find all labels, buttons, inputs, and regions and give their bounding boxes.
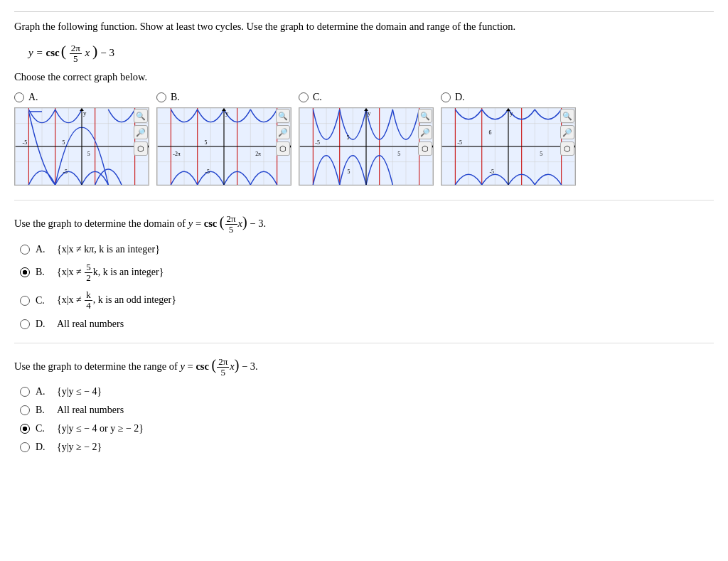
graph-C-svg: x y 5 -5 5 5 xyxy=(299,107,434,186)
domain-radio-B[interactable] xyxy=(20,267,30,277)
graph-D-svg: x y 6 -5 5 -5 xyxy=(441,107,576,186)
graph-B-svg: x y 5 -2π 2π -5 xyxy=(156,107,291,186)
range-option-B: B. All real numbers xyxy=(20,405,714,416)
graph-label-C: C. xyxy=(313,92,322,103)
svg-text:y: y xyxy=(83,109,87,117)
graph-D-tools: 🔍 🔎 ⬡ xyxy=(560,109,574,156)
svg-text:2π: 2π xyxy=(255,151,261,157)
range-option-D: D. {y|y ≥ − 2} xyxy=(20,442,714,453)
range-radio-D[interactable] xyxy=(20,442,30,452)
radio-A[interactable] xyxy=(14,92,24,102)
fraction-2pi-over-5: 2π 5 xyxy=(70,43,82,65)
svg-text:5: 5 xyxy=(540,151,542,157)
graph-B-tools: 🔍 🔎 ⬡ xyxy=(276,109,290,156)
zoom-in-A[interactable]: 🔍 xyxy=(134,109,148,123)
domain-text-D: All real numbers xyxy=(57,319,124,330)
divider-2 xyxy=(14,343,714,343)
graph-label-A: A. xyxy=(28,92,38,103)
svg-text:5: 5 xyxy=(63,139,65,146)
domain-option-D: D. All real numbers xyxy=(20,319,714,330)
domain-text-A: {x|x ≠ kπ, k is an integer} xyxy=(57,244,160,255)
expand-C[interactable]: ⬡ xyxy=(418,141,432,156)
graph-C-container: x y 5 -5 5 5 🔍 🔎 ⬡ xyxy=(299,107,434,186)
domain-question-text: Use the graph to determine the domain of… xyxy=(14,210,714,235)
graph-D-container: x y 6 -5 5 -5 🔍 🔎 ⬡ xyxy=(441,107,576,186)
svg-text:y: y xyxy=(510,109,513,117)
svg-text:y: y xyxy=(225,109,229,117)
function-name: csc xyxy=(46,47,60,59)
svg-text:5: 5 xyxy=(397,151,400,157)
graph-A-svg: x y 5 5 -5 -5 xyxy=(14,107,149,186)
svg-text:6: 6 xyxy=(489,129,492,136)
radio-B[interactable] xyxy=(156,92,166,102)
radio-C[interactable] xyxy=(299,92,309,102)
range-text-A: {y|y ≤ − 4} xyxy=(57,386,102,397)
main-instruction: Graph the following function. Show at le… xyxy=(14,19,714,35)
graph-A-container: x y 5 5 -5 -5 🔍 🔎 ⬡ xyxy=(14,107,149,186)
zoom-out-C[interactable]: 🔎 xyxy=(418,125,432,139)
svg-text:-2π: -2π xyxy=(173,151,181,157)
range-option-A: A. {y|y ≤ − 4} xyxy=(20,386,714,397)
expand-A[interactable]: ⬡ xyxy=(134,141,148,156)
domain-label-B: B. xyxy=(36,267,51,278)
svg-text:-5: -5 xyxy=(23,139,28,146)
domain-text-B: {x|x ≠ 52k, k is an integer} xyxy=(57,262,164,284)
zoom-out-A[interactable]: 🔎 xyxy=(134,125,148,139)
graphs-row: A. xyxy=(14,92,714,186)
svg-text:-5: -5 xyxy=(489,169,494,175)
expand-B[interactable]: ⬡ xyxy=(276,141,290,156)
graph-choice-A: A. xyxy=(14,92,149,186)
y-equals: y = xyxy=(28,47,43,59)
svg-text:-5: -5 xyxy=(205,169,210,175)
graph-A-tools: 🔍 🔎 ⬡ xyxy=(134,109,148,156)
range-label-D: D. xyxy=(36,442,51,453)
range-question-text: Use the graph to determine the range of … xyxy=(14,353,714,378)
svg-text:y: y xyxy=(368,109,371,117)
svg-text:-5: -5 xyxy=(457,139,462,146)
zoom-in-B[interactable]: 🔍 xyxy=(276,109,290,123)
range-option-C: C. {y|y ≤ − 4 or y ≥ − 2} xyxy=(20,423,714,434)
svg-text:-5: -5 xyxy=(315,139,320,146)
domain-radio-A[interactable] xyxy=(20,245,30,255)
radio-D[interactable] xyxy=(441,92,451,102)
zoom-in-C[interactable]: 🔍 xyxy=(418,109,432,123)
domain-radio-C[interactable] xyxy=(20,296,30,306)
range-radio-A[interactable] xyxy=(20,387,30,397)
zoom-in-D[interactable]: 🔍 xyxy=(560,109,574,123)
range-radio-C[interactable] xyxy=(20,424,30,434)
graph-C-tools: 🔍 🔎 ⬡ xyxy=(418,109,432,156)
domain-label-A: A. xyxy=(36,244,51,255)
range-text-D: {y|y ≥ − 2} xyxy=(57,442,102,453)
zoom-out-B[interactable]: 🔎 xyxy=(276,125,290,139)
range-options: A. {y|y ≤ − 4} B. All real numbers C. {y… xyxy=(20,386,714,453)
domain-question-section: Use the graph to determine the domain of… xyxy=(14,210,714,330)
domain-option-B: B. {x|x ≠ 52k, k is an integer} xyxy=(20,262,714,284)
domain-option-A: A. {x|x ≠ kπ, k is an integer} xyxy=(20,244,714,255)
range-label-C: C. xyxy=(36,423,51,434)
range-text-C: {y|y ≤ − 4 or y ≥ − 2} xyxy=(57,423,144,434)
graph-label-D: D. xyxy=(455,92,465,103)
domain-label-C: C. xyxy=(36,295,51,306)
svg-text:5: 5 xyxy=(205,139,208,146)
expand-D[interactable]: ⬡ xyxy=(560,141,574,156)
range-text-B: All real numbers xyxy=(57,405,124,416)
svg-text:5: 5 xyxy=(87,151,90,157)
graph-choice-D: D. xyxy=(441,92,576,186)
minus-3: − 3 xyxy=(100,47,114,59)
domain-radio-D[interactable] xyxy=(20,319,30,329)
graph-B-container: x y 5 -2π 2π -5 🔍 🔎 ⬡ xyxy=(156,107,291,186)
graph-choice-C: C. xyxy=(299,92,434,186)
svg-text:5: 5 xyxy=(347,169,350,175)
graph-choice-B: B. xyxy=(156,92,291,186)
svg-text:-5: -5 xyxy=(63,169,68,175)
function-paren: ( 2π 5 x ) xyxy=(61,42,98,64)
svg-text:5: 5 xyxy=(347,134,350,141)
domain-label-D: D. xyxy=(36,319,51,330)
graph-label-B: B. xyxy=(171,92,180,103)
domain-text-C: {x|x ≠ k4, k is an odd integer} xyxy=(57,290,176,311)
range-radio-B[interactable] xyxy=(20,405,30,415)
domain-options: A. {x|x ≠ kπ, k is an integer} B. {x|x ≠… xyxy=(20,244,714,330)
range-label-A: A. xyxy=(36,386,51,397)
function-display: y = csc ( 2π 5 x ) − 3 xyxy=(28,42,714,64)
zoom-out-D[interactable]: 🔎 xyxy=(560,125,574,139)
